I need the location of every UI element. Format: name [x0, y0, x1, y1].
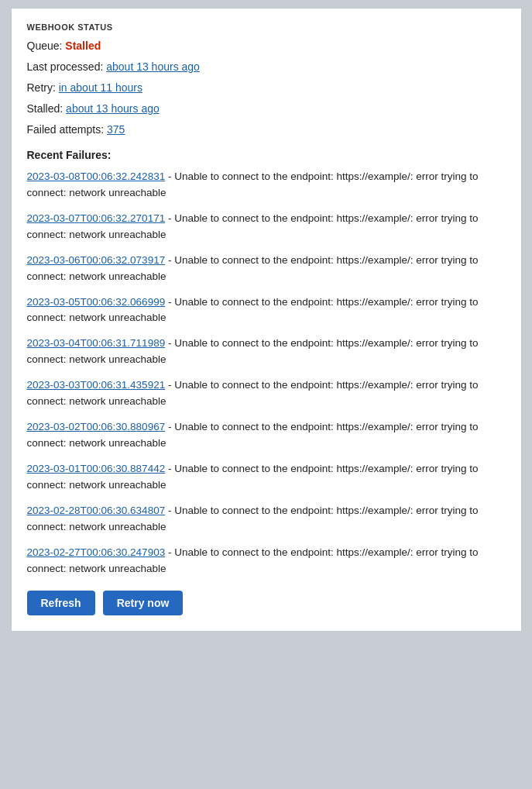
queue-label: Queue:: [27, 40, 63, 52]
failure-timestamp-link[interactable]: 2023-03-08T00:06:32.242831: [27, 171, 166, 182]
failure-timestamp-link[interactable]: 2023-03-03T00:06:31.435921: [27, 379, 166, 391]
retry-value[interactable]: in about 11 hours: [59, 81, 142, 94]
retry-now-button[interactable]: Retry now: [103, 591, 184, 615]
stalled-value[interactable]: about 13 hours ago: [66, 102, 160, 115]
failure-timestamp-link[interactable]: 2023-03-04T00:06:31.711989: [27, 337, 166, 349]
failure-timestamp-link[interactable]: 2023-02-27T00:06:30.247903: [27, 546, 166, 558]
failure-entry: 2023-03-06T00:06:32.073917 - Unable to c…: [27, 253, 506, 285]
queue-value: Stalled: [65, 40, 101, 52]
webhook-status-card: WEBHOOK STATUS Queue: Stalled Last proce…: [11, 8, 522, 632]
failure-entry: 2023-03-08T00:06:32.242831 - Unable to c…: [27, 169, 506, 202]
last-processed-label: Last processed:: [27, 60, 104, 73]
failure-entry: 2023-03-04T00:06:31.711989 - Unable to c…: [27, 336, 506, 368]
queue-status-row: Queue: Stalled: [27, 38, 506, 54]
failure-timestamp-link[interactable]: 2023-03-07T00:06:32.270171: [27, 212, 166, 224]
refresh-button[interactable]: Refresh: [27, 591, 95, 615]
retry-row: Retry: in about 11 hours: [27, 80, 506, 96]
retry-label: Retry:: [27, 81, 56, 94]
section-title: WEBHOOK STATUS: [27, 22, 506, 32]
failure-timestamp-link[interactable]: 2023-03-01T00:06:30.887442: [27, 463, 166, 474]
failure-entry: 2023-03-05T00:06:32.066999 - Unable to c…: [27, 295, 506, 327]
stalled-label: Stalled:: [27, 102, 63, 115]
failure-entry: 2023-03-07T00:06:32.270171 - Unable to c…: [27, 211, 506, 243]
failure-timestamp-link[interactable]: 2023-03-06T00:06:32.073917: [27, 254, 166, 266]
failure-timestamp-link[interactable]: 2023-03-05T00:06:32.066999: [27, 296, 166, 308]
failure-entry: 2023-03-02T00:06:30.880967 - Unable to c…: [27, 419, 506, 452]
failed-attempts-label: Failed attempts:: [27, 123, 105, 136]
failures-list: 2023-03-08T00:06:32.242831 - Unable to c…: [27, 169, 506, 577]
failed-attempts-value[interactable]: 375: [107, 123, 125, 136]
failure-timestamp-link[interactable]: 2023-02-28T00:06:30.634807: [27, 505, 166, 516]
failure-entry: 2023-02-28T00:06:30.634807 - Unable to c…: [27, 503, 506, 536]
last-processed-row: Last processed: about 13 hours ago: [27, 59, 506, 75]
stalled-row: Stalled: about 13 hours ago: [27, 101, 506, 117]
failure-entry: 2023-03-01T00:06:30.887442 - Unable to c…: [27, 461, 506, 494]
failure-timestamp-link[interactable]: 2023-03-02T00:06:30.880967: [27, 421, 166, 432]
failed-attempts-row: Failed attempts: 375: [27, 122, 506, 138]
failure-entry: 2023-02-27T00:06:30.247903 - Unable to c…: [27, 545, 506, 577]
failure-entry: 2023-03-03T00:06:31.435921 - Unable to c…: [27, 377, 506, 410]
action-buttons: Refresh Retry now: [27, 591, 506, 615]
recent-failures-label: Recent Failures:: [27, 149, 506, 161]
last-processed-value[interactable]: about 13 hours ago: [106, 60, 200, 73]
